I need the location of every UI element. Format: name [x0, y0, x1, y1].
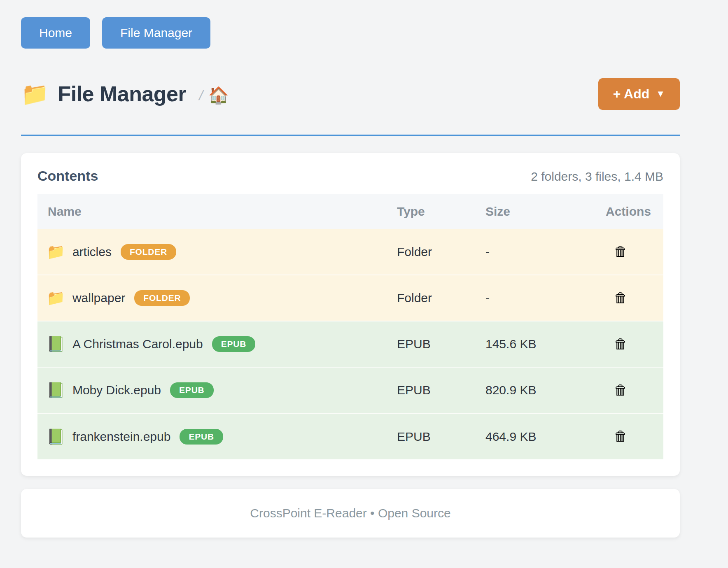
footer-card: CrossPoint E-Reader • Open Source: [21, 489, 680, 538]
file-type: Folder: [397, 275, 485, 321]
file-manager-nav-button[interactable]: File Manager: [102, 17, 210, 49]
type-badge: EPUB: [180, 429, 223, 445]
column-header-type: Type: [397, 194, 485, 229]
trash-icon: 🗑: [614, 336, 628, 352]
table-row[interactable]: 📗 A Christmas Carol.epub EPUB EPUB 145.6…: [37, 321, 663, 367]
table-row[interactable]: 📁 articles FOLDER Folder - 🗑: [37, 229, 663, 275]
file-type: Folder: [397, 229, 485, 275]
delete-button[interactable]: 🗑: [614, 291, 628, 305]
top-nav: Home File Manager: [21, 0, 680, 49]
trash-icon: 🗑: [614, 244, 628, 259]
page-title: File Manager: [58, 81, 186, 106]
column-header-name: Name: [37, 194, 397, 229]
file-table: Name Type Size Actions 📁 articles FOLDER…: [37, 194, 663, 459]
breadcrumb-separator: /: [198, 87, 205, 103]
file-name[interactable]: A Christmas Carol.epub: [72, 337, 203, 351]
folder-icon: 📁: [21, 83, 49, 105]
page-container: Home File Manager 📁 File Manager / 🏠 + A…: [21, 0, 680, 538]
file-name[interactable]: wallpaper: [72, 291, 125, 305]
file-type-icon: 📗: [47, 337, 65, 352]
contents-card-header: Contents 2 folders, 3 files, 1.4 MB: [37, 168, 663, 184]
type-badge: FOLDER: [134, 290, 190, 306]
file-size: 464.9 KB: [485, 413, 606, 459]
file-name[interactable]: frankenstein.epub: [72, 430, 171, 444]
page-header: 📁 File Manager / 🏠 + Add ▼: [21, 78, 680, 110]
header-divider: [21, 135, 680, 136]
delete-button[interactable]: 🗑: [614, 244, 628, 258]
file-type-icon: 📗: [47, 429, 65, 444]
file-type-icon: 📁: [47, 291, 65, 305]
file-size: 820.9 KB: [485, 367, 606, 413]
footer-text: CrossPoint E-Reader • Open Source: [250, 506, 450, 520]
chevron-down-icon: ▼: [656, 88, 665, 99]
trash-icon: 🗑: [614, 382, 628, 398]
file-type: EPUB: [397, 321, 485, 367]
file-type-icon: 📁: [47, 244, 65, 259]
file-name[interactable]: articles: [72, 245, 112, 259]
trash-icon: 🗑: [614, 428, 628, 444]
file-size: -: [485, 229, 606, 275]
add-button-label: + Add: [613, 86, 650, 102]
contents-title: Contents: [37, 168, 98, 184]
add-button[interactable]: + Add ▼: [598, 78, 680, 110]
delete-button[interactable]: 🗑: [614, 383, 628, 397]
delete-button[interactable]: 🗑: [614, 429, 628, 443]
file-size: -: [485, 275, 606, 321]
contents-card: Contents 2 folders, 3 files, 1.4 MB Name…: [21, 153, 680, 476]
contents-summary: 2 folders, 3 files, 1.4 MB: [531, 170, 663, 184]
table-header-row: Name Type Size Actions: [37, 194, 663, 229]
breadcrumb-home-icon[interactable]: 🏠: [208, 86, 229, 105]
table-row[interactable]: 📁 wallpaper FOLDER Folder - 🗑: [37, 275, 663, 321]
file-type: EPUB: [397, 367, 485, 413]
file-type-icon: 📗: [47, 383, 65, 398]
type-badge: EPUB: [170, 382, 214, 398]
type-badge: EPUB: [212, 336, 256, 352]
file-type: EPUB: [397, 413, 485, 459]
table-row[interactable]: 📗 Moby Dick.epub EPUB EPUB 820.9 KB 🗑: [37, 367, 663, 413]
file-name[interactable]: Moby Dick.epub: [72, 383, 161, 397]
column-header-size: Size: [485, 194, 606, 229]
table-row[interactable]: 📗 frankenstein.epub EPUB EPUB 464.9 KB 🗑: [37, 413, 663, 459]
trash-icon: 🗑: [614, 290, 628, 305]
type-badge: FOLDER: [121, 244, 176, 260]
file-size: 145.6 KB: [485, 321, 606, 367]
column-header-actions: Actions: [606, 194, 663, 229]
delete-button[interactable]: 🗑: [614, 337, 628, 351]
home-nav-button[interactable]: Home: [21, 17, 90, 49]
